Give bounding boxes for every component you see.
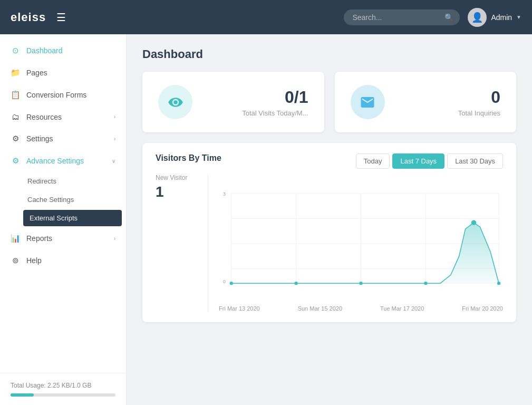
sidebar-item-label: Settings xyxy=(26,134,108,143)
admin-label: Admin xyxy=(491,13,512,22)
inquiries-card: 0 Total Inquiries xyxy=(335,72,517,132)
usage-bar-bg xyxy=(11,393,115,397)
dashboard-icon: ⊙ xyxy=(11,46,20,55)
visits-number: 0/1 xyxy=(203,88,308,107)
advance-settings-icon: ⚙ xyxy=(11,156,20,166)
sidebar-item-advance-settings[interactable]: ⚙ Advance Settings ∨ xyxy=(0,150,126,172)
sidebar-item-label: Advance Settings xyxy=(26,157,105,165)
sidebar-item-conversion-forms[interactable]: 📋 Conversion Forms xyxy=(0,84,126,106)
chart-title: Visitors By Time xyxy=(156,153,221,163)
chevron-down-icon: ∨ xyxy=(112,158,115,164)
sidebar-item-resources[interactable]: 🗂 Resources › xyxy=(0,106,126,128)
sidebar-item-reports[interactable]: 📊 Reports › xyxy=(0,227,126,249)
sidebar-item-label: Help xyxy=(26,256,115,265)
chart-buttons: Today Last 7 Days Last 30 Days xyxy=(356,153,503,169)
settings-icon: ⚙ xyxy=(11,134,20,143)
sidebar-item-label: Conversion Forms xyxy=(26,91,115,99)
header-right: 🔍 👤 Admin ▼ xyxy=(344,8,521,27)
chart-body: New Visitor 1 3 0 xyxy=(156,174,503,312)
layout: ⊙ Dashboard 📁 Pages 📋 Conversion Forms 🗂… xyxy=(0,34,532,405)
svg-point-18 xyxy=(497,282,500,285)
sidebar-item-label: Pages xyxy=(26,69,115,77)
chart-header: Visitors By Time Today Last 7 Days Last … xyxy=(156,153,503,169)
resources-icon: 🗂 xyxy=(11,112,20,121)
sidebar-item-pages[interactable]: 📁 Pages xyxy=(0,62,126,84)
cards-row: 0/1 Total Visits Today/M... 0 Total Inqu… xyxy=(142,72,516,132)
sidebar-sub-item-external-scripts[interactable]: External Scripts xyxy=(23,210,122,226)
sidebar-footer: Total Usage: 2.25 KB/1.0 GB xyxy=(0,373,126,405)
menu-icon[interactable]: ☰ xyxy=(56,11,66,24)
usage-bar-fill xyxy=(11,393,34,397)
inquiries-card-text: 0 Total Inquiries xyxy=(395,88,501,117)
eye-icon xyxy=(168,94,183,110)
inquiries-label: Total Inquiries xyxy=(395,109,501,117)
svg-point-16 xyxy=(424,282,427,285)
sidebar-sub-item-cache-settings[interactable]: Cache Settings xyxy=(0,190,126,209)
sidebar: ⊙ Dashboard 📁 Pages 📋 Conversion Forms 🗂… xyxy=(0,34,127,405)
x-label-1: Sun Mar 15 2020 xyxy=(298,305,342,312)
svg-marker-12 xyxy=(231,223,499,283)
chart-btn-today[interactable]: Today xyxy=(356,153,390,169)
usage-label: Total Usage: 2.25 KB/1.0 GB xyxy=(11,382,91,389)
reports-icon: 📊 xyxy=(11,234,20,243)
chart-btn-last7[interactable]: Last 7 Days xyxy=(392,153,444,169)
header-left: eleiss ☰ xyxy=(11,11,66,24)
sidebar-item-help[interactable]: ⊚ Help xyxy=(0,249,126,272)
search-wrapper: 🔍 xyxy=(344,9,460,25)
x-label-3: Fri Mar 20 2020 xyxy=(462,305,503,312)
main-content: Dashboard 0/1 Total Visits Today/M... xyxy=(127,34,532,405)
svg-point-13 xyxy=(230,282,233,285)
chevron-right-icon: › xyxy=(114,114,115,120)
chevron-down-icon: ▼ xyxy=(516,14,521,20)
avatar: 👤 xyxy=(468,8,487,27)
stat-label: New Visitor xyxy=(156,174,200,181)
sidebar-item-label: Dashboard xyxy=(26,46,115,55)
sidebar-item-settings[interactable]: ⚙ Settings › xyxy=(0,128,126,150)
pages-icon: 📁 xyxy=(11,68,20,78)
admin-area[interactable]: 👤 Admin ▼ xyxy=(468,8,521,27)
chevron-right-icon: › xyxy=(114,236,115,242)
sidebar-sub-item-redirects[interactable]: Redirects xyxy=(0,172,126,190)
x-label-2: Tue Mar 17 2020 xyxy=(380,305,424,312)
chart-sidebar-stats: New Visitor 1 xyxy=(156,174,208,312)
chart-svg: 3 0 xyxy=(219,174,503,301)
stat-value: 1 xyxy=(156,184,200,200)
mail-icon xyxy=(360,94,375,110)
chart-section: Visitors By Time Today Last 7 Days Last … xyxy=(142,143,516,322)
chart-btn-last30[interactable]: Last 30 Days xyxy=(447,153,503,169)
chevron-right-icon: › xyxy=(114,136,115,142)
header: eleiss ☰ 🔍 👤 Admin ▼ xyxy=(0,0,532,34)
svg-point-17 xyxy=(471,220,477,226)
svg-text:0: 0 xyxy=(223,279,226,284)
help-icon: ⊚ xyxy=(11,256,20,265)
sidebar-item-label: Reports xyxy=(26,234,108,243)
chart-x-labels: Fri Mar 13 2020 Sun Mar 15 2020 Tue Mar … xyxy=(219,303,503,312)
chart-container: 3 0 xyxy=(219,174,503,312)
sidebar-item-dashboard[interactable]: ⊙ Dashboard xyxy=(0,40,126,62)
logo: eleiss xyxy=(11,11,46,24)
inquiries-icon-circle xyxy=(351,85,385,119)
svg-text:3: 3 xyxy=(223,191,226,197)
sidebar-item-label: Resources xyxy=(26,113,108,121)
svg-point-15 xyxy=(359,282,362,285)
sidebar-nav: ⊙ Dashboard 📁 Pages 📋 Conversion Forms 🗂… xyxy=(0,34,126,373)
visits-icon-circle xyxy=(158,85,192,119)
svg-point-14 xyxy=(294,282,297,285)
conversion-forms-icon: 📋 xyxy=(11,90,20,100)
page-title: Dashboard xyxy=(142,47,516,61)
visits-label: Total Visits Today/M... xyxy=(203,109,308,117)
visits-card: 0/1 Total Visits Today/M... xyxy=(142,72,324,132)
search-input[interactable] xyxy=(344,9,460,25)
inquiries-number: 0 xyxy=(395,88,501,107)
search-icon: 🔍 xyxy=(444,13,453,22)
x-label-0: Fri Mar 13 2020 xyxy=(219,305,260,312)
visits-card-text: 0/1 Total Visits Today/M... xyxy=(203,88,308,117)
